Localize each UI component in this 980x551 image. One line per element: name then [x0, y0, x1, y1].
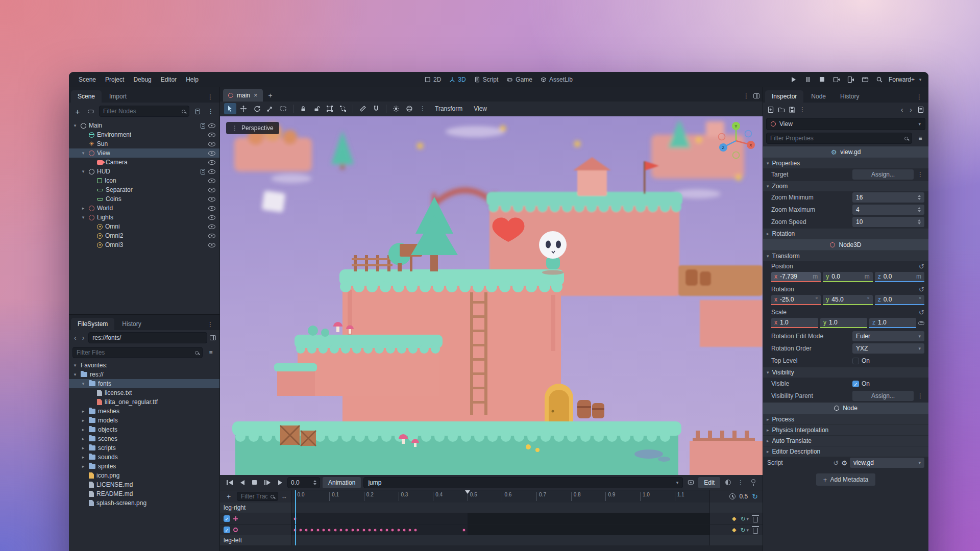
tree-item-lights[interactable]: ▾ Lights: [69, 213, 219, 222]
ungroup-button[interactable]: [337, 103, 349, 114]
box-select-tool-button[interactable]: [277, 103, 289, 114]
resource-menu-icon[interactable]: ⋮: [799, 106, 805, 113]
menu-help[interactable]: Help: [181, 74, 203, 85]
keyframe[interactable]: [310, 528, 314, 532]
fs-item-fonts[interactable]: ▾ fonts: [69, 379, 219, 388]
section-editor-description[interactable]: ▸ Editor Description: [763, 446, 928, 457]
dock-menu-icon[interactable]: ⋮: [912, 91, 926, 103]
keyframe[interactable]: [414, 528, 418, 532]
scale-tool-button[interactable]: [264, 103, 276, 114]
category-script[interactable]: ⚙ view.gd: [763, 146, 928, 158]
history-forward-icon[interactable]: ›: [908, 106, 914, 114]
snap-button[interactable]: [370, 103, 382, 114]
section-auto-translate[interactable]: ▸ Auto Translate: [763, 435, 928, 446]
track-row[interactable]: ◆ ↻▾: [220, 513, 763, 524]
renderer-selector[interactable]: Forward+ ▾: [889, 76, 923, 83]
tab-list-menu-icon[interactable]: ⋮: [743, 92, 749, 99]
menu-debug[interactable]: Debug: [129, 74, 156, 85]
dock-menu-icon[interactable]: ⋮: [203, 91, 217, 103]
visible-checkbox[interactable]: [852, 381, 859, 387]
remove-track-button[interactable]: [753, 528, 758, 534]
keyframe[interactable]: [339, 528, 342, 532]
keyframe[interactable]: [293, 517, 297, 520]
tree-item-omni3[interactable]: Omni3: [69, 240, 219, 249]
tab-scene[interactable]: Scene: [71, 90, 102, 103]
menu-editor[interactable]: Editor: [156, 74, 181, 85]
track-enabled-checkbox[interactable]: [224, 527, 230, 533]
rotation-order-dropdown[interactable]: YXZ ▾: [852, 343, 924, 354]
tree-item-view[interactable]: ▾ View: [69, 148, 219, 158]
fs-item-readme-md[interactable]: README.md: [69, 489, 219, 498]
filter-tracks-input[interactable]: [241, 493, 267, 500]
close-tab-icon[interactable]: ×: [254, 91, 258, 99]
play-from-start-button[interactable]: [262, 477, 273, 488]
rotation-x-field[interactable]: x -25.0 °: [771, 295, 821, 305]
tab-node[interactable]: Node: [804, 90, 832, 103]
loop-icon[interactable]: ↻: [752, 493, 758, 500]
keyframe[interactable]: [368, 528, 372, 532]
fs-item-favorites[interactable]: ▾ Favorites:: [69, 361, 219, 370]
manage-animations-icon[interactable]: [685, 478, 696, 488]
play-custom-scene-button[interactable]: [846, 74, 856, 85]
pause-button[interactable]: [803, 74, 813, 85]
keyframe[interactable]: [328, 528, 331, 532]
tree-item-camera[interactable]: Camera: [69, 158, 219, 167]
play-animation-button[interactable]: [276, 477, 285, 488]
attach-script-button[interactable]: [192, 106, 203, 116]
visibility-eye-icon[interactable]: [208, 243, 215, 247]
add-metadata-button[interactable]: + Add Metadata: [816, 473, 875, 486]
keyframe[interactable]: [316, 528, 320, 532]
visibility-eye-icon[interactable]: [208, 160, 215, 165]
tab-history[interactable]: History: [834, 90, 866, 103]
bezier-toggle-icon[interactable]: ◆: [732, 515, 736, 522]
section-physics-interpolation[interactable]: ▸ Physics Interpolation: [763, 424, 928, 435]
position-z-field[interactable]: z 0.0 m: [875, 272, 924, 282]
view-gizmos-menu-icon[interactable]: ⋮: [416, 103, 429, 114]
save-resource-icon[interactable]: [789, 106, 796, 113]
path-field[interactable]: [88, 332, 207, 343]
bezier-toggle-icon[interactable]: ◆: [732, 527, 736, 533]
fs-item-objects[interactable]: ▸ objects: [69, 425, 219, 434]
assign-target-button[interactable]: Assign...: [852, 169, 914, 180]
section-zoom[interactable]: ▾ Zoom: [763, 181, 928, 191]
position-y-field[interactable]: y 0.0 m: [823, 272, 872, 282]
keyframe[interactable]: [299, 528, 303, 532]
tree-item-coins[interactable]: Coins: [69, 194, 219, 204]
workspace-2d[interactable]: 2D: [425, 76, 441, 83]
revert-icon[interactable]: ↺: [919, 286, 924, 293]
category-node3d[interactable]: Node3D: [763, 239, 928, 251]
3d-viewport[interactable]: ⋮ Perspective Y X Z: [220, 116, 763, 475]
workspace-assetlib[interactable]: AssetLib: [541, 76, 573, 83]
nav-back-icon[interactable]: ‹: [72, 334, 78, 342]
expand-icon[interactable]: ▸: [80, 418, 86, 423]
track-group-timeline[interactable]: [291, 503, 709, 513]
category-node[interactable]: Node: [763, 402, 928, 414]
expand-icon[interactable]: ▸: [80, 206, 86, 211]
object-docs-icon[interactable]: [917, 106, 924, 113]
fs-item-meshes[interactable]: ▸ meshes: [69, 407, 219, 416]
tab-import[interactable]: Import: [103, 90, 133, 103]
visibility-eye-icon[interactable]: [208, 197, 215, 202]
ruler-tool-button[interactable]: [357, 103, 369, 114]
keyframe[interactable]: [304, 528, 308, 532]
new-scene-tab-button[interactable]: +: [265, 89, 276, 102]
timeline-ruler[interactable]: 0.00.10.20.30.40.50.60.70.80.91.01.1: [291, 490, 709, 503]
keyframe[interactable]: [333, 528, 337, 532]
visibility-eye-icon[interactable]: [208, 215, 215, 220]
zoom-button[interactable]: [874, 74, 885, 85]
keyframe[interactable]: [379, 528, 383, 532]
section-process[interactable]: ▸ Process: [763, 414, 928, 424]
keyframe[interactable]: [362, 528, 365, 532]
fs-item-license-md[interactable]: LICENSE.md: [69, 480, 219, 489]
scene-tree-menu-icon[interactable]: ⋮: [206, 106, 216, 116]
collapse-icon[interactable]: ▾: [80, 151, 86, 156]
rotation-z-field[interactable]: z 0.0 °: [875, 295, 924, 305]
nav-forward-icon[interactable]: ›: [81, 334, 86, 342]
position-x-field[interactable]: x -7.739 m: [771, 272, 821, 282]
tree-item-world[interactable]: ▸ World: [69, 204, 219, 213]
fs-item-font-file[interactable]: lilita_one_regular.ttf: [69, 397, 219, 407]
revert-icon[interactable]: ↺: [919, 309, 924, 316]
split-view-icon[interactable]: [210, 335, 216, 340]
animation-length-marker[interactable]: [465, 490, 470, 496]
expand-icon[interactable]: ▸: [80, 409, 86, 414]
